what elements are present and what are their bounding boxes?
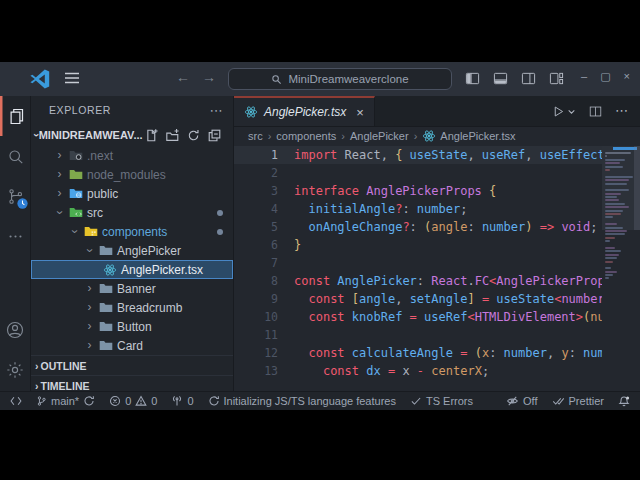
breadcrumb-item[interactable]: AnglePicker.tsx: [422, 129, 515, 143]
tab-anglepicker[interactable]: AnglePicker.tsx ×: [234, 96, 375, 126]
code-line-10[interactable]: 10 const knobRef = useRef<HTMLDivElement…: [234, 308, 602, 326]
minimap[interactable]: [602, 146, 640, 392]
breadcrumb-item[interactable]: AnglePicker: [350, 130, 409, 142]
activity-accounts[interactable]: [0, 310, 30, 350]
line-content: const dx = x - centerX;: [294, 362, 489, 380]
line-number: 4: [234, 200, 294, 218]
code-line-12[interactable]: 12 const calculateAngle = (x: number, y:…: [234, 344, 602, 362]
toggle-sidebar-icon[interactable]: [465, 71, 480, 86]
code-line-2[interactable]: 2: [234, 164, 602, 182]
line-number: 5: [234, 218, 294, 236]
breadcrumb-label: AnglePicker: [350, 130, 409, 142]
toggle-panel-icon[interactable]: [493, 71, 508, 86]
status-label: 0: [187, 392, 193, 410]
tree-item-button[interactable]: ›Button: [31, 317, 233, 336]
status-ports[interactable]: 0: [171, 392, 193, 410]
tab-close-icon[interactable]: ×: [356, 105, 364, 120]
code-area[interactable]: 1import React, { useState, useRef, useEf…: [234, 146, 602, 392]
section-timeline[interactable]: ›TIMELINE: [31, 375, 233, 392]
collapse-all-icon[interactable]: [208, 129, 221, 142]
status-remote-window[interactable]: [10, 395, 22, 407]
status-label: main*: [51, 392, 79, 410]
menu-icon[interactable]: [64, 71, 80, 85]
breadcrumb: src›components›AnglePicker›AnglePicker.t…: [234, 126, 600, 146]
status-notifications[interactable]: [618, 395, 630, 408]
tree-item-banner[interactable]: ›Banner: [31, 279, 233, 298]
screen: ← → MiniDreamweaverclone – ▢ ×: [0, 0, 640, 480]
breadcrumb-item[interactable]: src: [248, 130, 263, 142]
line-number: 13: [234, 362, 294, 380]
status-prettier[interactable]: Prettier: [552, 392, 604, 410]
status-right: OffPrettier: [506, 392, 630, 410]
code-line-3[interactable]: 3interface AnglePickerProps {: [234, 182, 602, 200]
status-git-branch[interactable]: main*: [36, 392, 95, 410]
tree-item-label: public: [87, 187, 118, 201]
line-content: const knobRef = useRef<HTMLDivElement>(n…: [294, 308, 602, 326]
activity-settings[interactable]: [0, 350, 30, 390]
section-label: OUTLINE: [41, 360, 87, 372]
toggle-secondary-sidebar-icon[interactable]: [521, 71, 536, 86]
restore-button[interactable]: ▢: [600, 70, 610, 83]
back-icon[interactable]: ←: [176, 69, 190, 85]
code-line-8[interactable]: 8const AnglePicker: React.FC<AnglePicker…: [234, 272, 602, 290]
status-screencast-off[interactable]: Off: [506, 392, 537, 410]
scrollbar[interactable]: [634, 146, 640, 230]
antenna-icon: [171, 395, 183, 407]
tree-item-card[interactable]: ›Card: [31, 336, 233, 355]
code-line-6[interactable]: 6}: [234, 236, 602, 254]
sidebar-sections: ›OUTLINE›TIMELINE: [31, 355, 233, 392]
status-ts-errors[interactable]: TS Errors: [410, 392, 473, 410]
code-line-13[interactable]: 13 const dx = x - centerX;: [234, 362, 602, 380]
minimize-button[interactable]: –: [581, 70, 587, 83]
code-line-9[interactable]: 9 const [angle, setAngle] = useState<num…: [234, 290, 602, 308]
tree-item-src[interactable]: ›src: [31, 203, 233, 222]
breadcrumb-label: src: [248, 130, 263, 142]
new-folder-icon[interactable]: [166, 129, 179, 142]
code-line-4[interactable]: 4 initialAngle?: number;: [234, 200, 602, 218]
window-controls: – ▢ ×: [581, 70, 630, 83]
breadcrumb-item[interactable]: components: [276, 130, 336, 142]
code-line-5[interactable]: 5 onAngleChange?: (angle: number) => voi…: [234, 218, 602, 236]
chevron-down-icon: ›: [54, 207, 65, 218]
code-line-11[interactable]: 11: [234, 326, 602, 344]
customize-layout-icon[interactable]: [549, 71, 564, 86]
project-root-row[interactable]: › MINIDREAMWEAV...: [31, 124, 233, 146]
refresh-icon[interactable]: [187, 129, 200, 142]
chevron-right-icon: ›: [35, 360, 39, 372]
tree-item-anglepicker[interactable]: ›AnglePicker: [31, 241, 233, 260]
code-line-1[interactable]: 1import React, { useState, useRef, useEf…: [234, 146, 602, 164]
split-editor-button[interactable]: [589, 105, 602, 118]
command-center-search[interactable]: MiniDreamweaverclone: [228, 68, 452, 90]
forward-icon[interactable]: →: [202, 69, 216, 85]
run-button[interactable]: [552, 105, 576, 118]
tree-item-label: Banner: [117, 282, 156, 296]
tree-item-public[interactable]: ›public: [31, 184, 233, 203]
activity-source-control[interactable]: [0, 176, 30, 216]
chevron-right-icon: ›: [84, 302, 95, 313]
tree-item-node-modules[interactable]: ›node_modules: [31, 165, 233, 184]
status-problems[interactable]: 00: [109, 392, 157, 410]
section-outline[interactable]: ›OUTLINE: [31, 355, 233, 375]
tree-item-components[interactable]: ›components: [31, 222, 233, 241]
status-language-status[interactable]: Initializing JS/TS language features: [208, 392, 396, 410]
activity-search[interactable]: [0, 136, 30, 176]
line-number: 11: [234, 326, 294, 344]
folder-icon: [69, 149, 83, 162]
chevron-down-icon: ›: [31, 133, 43, 137]
close-button[interactable]: ×: [624, 70, 630, 83]
tree-item--next[interactable]: ›.next: [31, 146, 233, 165]
tree-item-anglepicker-tsx[interactable]: AnglePicker.tsx: [31, 260, 233, 279]
tree-item-label: node_modules: [87, 168, 166, 182]
activity-explorer[interactable]: [0, 96, 30, 136]
line-content: onAngleChange?: (angle: number) => void;: [294, 218, 598, 236]
line-number: 2: [234, 164, 294, 182]
line-content: const calculateAngle = (x: number, y: nu…: [294, 344, 602, 362]
code-line-7[interactable]: 7: [234, 254, 602, 272]
activity-more-views[interactable]: [0, 216, 30, 256]
explorer-more-icon[interactable]: ⋯: [209, 103, 223, 118]
line-number: 6: [234, 236, 294, 254]
tree-item-label: Button: [117, 320, 152, 334]
tree-item-breadcrumb[interactable]: ›Breadcrumb: [31, 298, 233, 317]
tree-item-label: AnglePicker.tsx: [121, 263, 203, 277]
new-file-icon[interactable]: [145, 129, 158, 142]
